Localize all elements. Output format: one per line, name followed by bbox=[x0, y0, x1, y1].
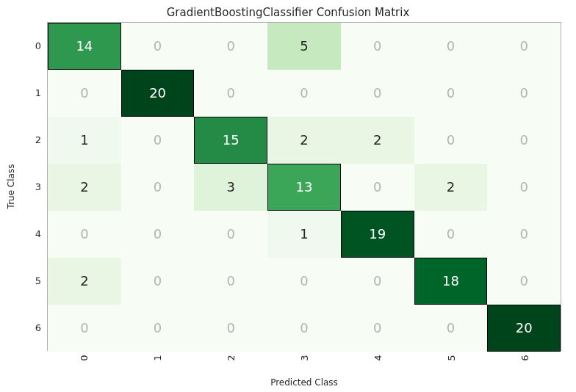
heatmap-cell: 5 bbox=[267, 23, 341, 70]
y-tick-label: 2 bbox=[26, 116, 41, 163]
heatmap-cell: 14 bbox=[48, 23, 121, 70]
x-axis-ticks: 0123456 bbox=[47, 352, 561, 376]
heatmap-cell: 0 bbox=[267, 258, 341, 305]
cell-value: 0 bbox=[373, 275, 381, 288]
cell-value: 0 bbox=[227, 228, 235, 241]
heatmap-cell: 0 bbox=[414, 117, 488, 164]
heatmap-cell: 0 bbox=[487, 258, 561, 305]
cell-value: 5 bbox=[300, 40, 308, 53]
heatmap-cell: 0 bbox=[414, 23, 488, 70]
heatmap-cell: 18 bbox=[414, 258, 488, 305]
heatmap-cell: 0 bbox=[487, 70, 561, 117]
cell-value: 0 bbox=[447, 40, 455, 53]
y-tick-label: 3 bbox=[26, 163, 41, 210]
heatmap-cell: 0 bbox=[341, 23, 414, 70]
heatmap-cell: 0 bbox=[121, 164, 195, 211]
cell-value: 2 bbox=[373, 134, 381, 147]
x-tick-label: 5 bbox=[414, 352, 488, 376]
heatmap-cell: 0 bbox=[194, 258, 267, 305]
cell-value: 14 bbox=[76, 40, 93, 53]
cell-value: 0 bbox=[519, 275, 528, 288]
y-tick-label: 4 bbox=[26, 210, 41, 257]
chart-title: GradientBoostingClassifier Confusion Mat… bbox=[0, 6, 576, 19]
cell-value: 2 bbox=[80, 275, 88, 288]
cell-value: 3 bbox=[227, 181, 235, 194]
heatmap-cell: 0 bbox=[414, 70, 488, 117]
cell-value: 0 bbox=[300, 87, 308, 100]
cell-value: 0 bbox=[447, 87, 455, 100]
y-tick-label: 1 bbox=[26, 69, 41, 116]
heatmap-row: 02000000 bbox=[48, 70, 561, 117]
x-tick-label: 0 bbox=[47, 352, 120, 376]
heatmap-cell: 0 bbox=[194, 211, 267, 258]
heatmap-cell: 0 bbox=[487, 211, 561, 258]
heatmap-cell: 1 bbox=[267, 211, 341, 258]
heatmap-cell: 0 bbox=[121, 305, 195, 352]
cell-value: 0 bbox=[373, 87, 381, 100]
cell-value: 0 bbox=[519, 40, 528, 53]
cell-value: 0 bbox=[447, 134, 455, 147]
heatmap-cell: 0 bbox=[121, 23, 195, 70]
cell-value: 0 bbox=[519, 228, 528, 241]
confusion-matrix-figure: GradientBoostingClassifier Confusion Mat… bbox=[0, 0, 576, 392]
heatmap-cell: 0 bbox=[121, 258, 195, 305]
cell-value: 0 bbox=[154, 181, 162, 194]
cell-value: 0 bbox=[519, 87, 528, 100]
heatmap-row: 10152200 bbox=[48, 117, 561, 164]
cell-value: 0 bbox=[519, 181, 528, 194]
x-tick-label: 3 bbox=[267, 352, 341, 376]
heatmap-cell: 0 bbox=[487, 164, 561, 211]
cell-value: 20 bbox=[149, 87, 166, 100]
heatmap-cell: 20 bbox=[121, 70, 195, 117]
heatmap-cell: 0 bbox=[414, 211, 488, 258]
heatmap-row: 00011900 bbox=[48, 211, 561, 258]
cell-value: 2 bbox=[80, 181, 88, 194]
cell-value: 1 bbox=[300, 228, 308, 241]
y-axis-ticks: 0123456 bbox=[29, 22, 44, 351]
x-axis-label: Predicted Class bbox=[47, 377, 561, 388]
heatmap-row: 20313020 bbox=[48, 164, 561, 211]
heatmap-cell: 15 bbox=[194, 117, 267, 164]
heatmap-cell: 0 bbox=[267, 305, 341, 352]
heatmap-cell: 0 bbox=[487, 117, 561, 164]
heatmap-grid: 1400500002000000101522002031302000011900… bbox=[47, 22, 561, 351]
cell-value: 1 bbox=[80, 134, 88, 147]
heatmap-cell: 0 bbox=[341, 70, 414, 117]
cell-value: 0 bbox=[227, 275, 235, 288]
heatmap-cell: 2 bbox=[48, 258, 121, 305]
cell-value: 18 bbox=[442, 275, 459, 288]
heatmap-cell: 0 bbox=[414, 305, 488, 352]
cell-value: 19 bbox=[369, 228, 386, 241]
cell-value: 0 bbox=[373, 40, 381, 53]
cell-value: 0 bbox=[373, 322, 381, 335]
cell-value: 13 bbox=[296, 181, 313, 194]
cell-value: 0 bbox=[80, 322, 88, 335]
cell-value: 0 bbox=[373, 181, 381, 194]
cell-value: 0 bbox=[154, 275, 162, 288]
heatmap-cell: 0 bbox=[48, 211, 121, 258]
heatmap-cell: 2 bbox=[48, 164, 121, 211]
cell-value: 0 bbox=[300, 275, 308, 288]
heatmap-cell: 0 bbox=[121, 117, 195, 164]
cell-value: 0 bbox=[154, 40, 162, 53]
x-tick-label: 4 bbox=[341, 352, 414, 376]
cell-value: 0 bbox=[227, 322, 235, 335]
cell-value: 0 bbox=[447, 322, 455, 335]
cell-value: 0 bbox=[80, 87, 88, 100]
x-tick-label: 6 bbox=[488, 352, 561, 376]
heatmap-cell: 0 bbox=[341, 305, 414, 352]
x-tick-label: 2 bbox=[194, 352, 267, 376]
y-axis-label: True Class bbox=[6, 22, 18, 351]
cell-value: 2 bbox=[300, 134, 308, 147]
heatmap-cell: 0 bbox=[341, 164, 414, 211]
heatmap-cell: 1 bbox=[48, 117, 121, 164]
cell-value: 0 bbox=[227, 87, 235, 100]
heatmap-cell: 0 bbox=[194, 305, 267, 352]
cell-value: 0 bbox=[519, 134, 528, 147]
cell-value: 0 bbox=[80, 228, 88, 241]
heatmap-cell: 0 bbox=[121, 211, 195, 258]
cell-value: 0 bbox=[154, 322, 162, 335]
heatmap-cell: 20 bbox=[487, 305, 561, 352]
heatmap-cell: 0 bbox=[487, 23, 561, 70]
heatmap-cell: 2 bbox=[267, 117, 341, 164]
